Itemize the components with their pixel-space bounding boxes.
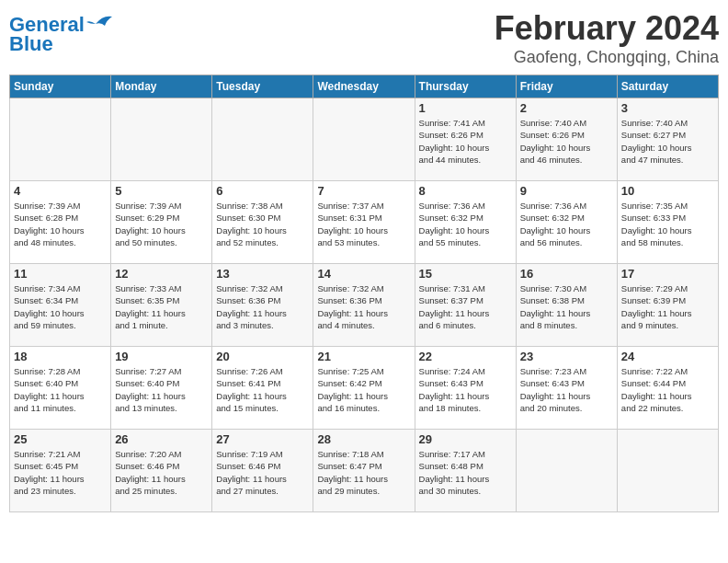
day-info: Sunrise: 7:32 AM Sunset: 6:36 PM Dayligh… [216, 282, 309, 331]
day-info: Sunrise: 7:36 AM Sunset: 6:32 PM Dayligh… [520, 200, 613, 248]
day-info: Sunrise: 7:40 AM Sunset: 6:27 PM Dayligh… [621, 117, 714, 166]
calendar-cell: 11Sunrise: 7:34 AM Sunset: 6:34 PM Dayli… [10, 264, 111, 347]
calendar-week-row: 25Sunrise: 7:21 AM Sunset: 6:45 PM Dayli… [10, 430, 719, 512]
day-number: 24 [621, 350, 714, 363]
calendar-body: 1Sunrise: 7:41 AM Sunset: 6:26 PM Daylig… [10, 98, 719, 512]
day-number: 5 [115, 184, 208, 198]
calendar-cell [516, 430, 617, 512]
day-info: Sunrise: 7:33 AM Sunset: 6:35 PM Dayligh… [115, 282, 208, 331]
title-section: February 2024 Gaofeng, Chongqing, China [495, 9, 719, 67]
day-number: 26 [115, 432, 208, 446]
day-info: Sunrise: 7:39 AM Sunset: 6:28 PM Dayligh… [14, 200, 107, 248]
day-number: 29 [419, 432, 512, 446]
calendar-cell: 18Sunrise: 7:28 AM Sunset: 6:40 PM Dayli… [10, 347, 111, 430]
calendar-cell: 13Sunrise: 7:32 AM Sunset: 6:36 PM Dayli… [212, 264, 313, 347]
day-info: Sunrise: 7:41 AM Sunset: 6:26 PM Dayligh… [419, 117, 512, 166]
calendar-cell: 25Sunrise: 7:21 AM Sunset: 6:45 PM Dayli… [10, 430, 111, 512]
calendar-cell: 21Sunrise: 7:25 AM Sunset: 6:42 PM Dayli… [313, 347, 415, 430]
day-number: 9 [520, 184, 613, 198]
weekday-header-friday: Friday [516, 75, 617, 98]
weekday-header-thursday: Thursday [415, 75, 516, 98]
day-info: Sunrise: 7:40 AM Sunset: 6:26 PM Dayligh… [520, 117, 613, 166]
day-number: 22 [419, 350, 512, 363]
day-info: Sunrise: 7:17 AM Sunset: 6:48 PM Dayligh… [419, 448, 512, 497]
calendar-cell [313, 98, 415, 181]
day-number: 25 [14, 432, 107, 446]
day-info: Sunrise: 7:39 AM Sunset: 6:29 PM Dayligh… [115, 200, 208, 248]
calendar-cell [111, 98, 212, 181]
calendar-cell: 12Sunrise: 7:33 AM Sunset: 6:35 PM Dayli… [111, 264, 212, 347]
weekday-header-monday: Monday [111, 75, 212, 98]
day-number: 12 [115, 267, 208, 281]
day-info: Sunrise: 7:26 AM Sunset: 6:41 PM Dayligh… [216, 365, 309, 414]
calendar-cell: 8Sunrise: 7:36 AM Sunset: 6:32 PM Daylig… [415, 181, 516, 264]
day-number: 27 [216, 432, 309, 446]
calendar-cell: 7Sunrise: 7:37 AM Sunset: 6:31 PM Daylig… [313, 181, 415, 264]
logo-blue: Blue [9, 32, 53, 56]
day-number: 14 [317, 267, 410, 281]
calendar-cell: 2Sunrise: 7:40 AM Sunset: 6:26 PM Daylig… [516, 98, 617, 181]
day-info: Sunrise: 7:32 AM Sunset: 6:36 PM Dayligh… [317, 282, 410, 331]
calendar-table: SundayMondayTuesdayWednesdayThursdayFrid… [9, 75, 719, 512]
day-info: Sunrise: 7:29 AM Sunset: 6:39 PM Dayligh… [621, 282, 714, 331]
day-number: 28 [317, 432, 410, 446]
calendar-cell: 27Sunrise: 7:19 AM Sunset: 6:46 PM Dayli… [212, 430, 313, 512]
calendar-week-row: 11Sunrise: 7:34 AM Sunset: 6:34 PM Dayli… [10, 264, 719, 347]
calendar-cell: 23Sunrise: 7:23 AM Sunset: 6:43 PM Dayli… [516, 347, 617, 430]
calendar-cell: 19Sunrise: 7:27 AM Sunset: 6:40 PM Dayli… [111, 347, 212, 430]
calendar-cell [10, 98, 111, 181]
calendar-cell: 22Sunrise: 7:24 AM Sunset: 6:43 PM Dayli… [415, 347, 516, 430]
day-number: 13 [216, 267, 309, 281]
main-title: February 2024 [495, 9, 719, 48]
logo-bird-icon [86, 13, 114, 33]
calendar-header-row: SundayMondayTuesdayWednesdayThursdayFrid… [10, 75, 719, 98]
day-number: 17 [621, 267, 714, 281]
weekday-header-saturday: Saturday [617, 75, 718, 98]
day-info: Sunrise: 7:37 AM Sunset: 6:31 PM Dayligh… [317, 200, 410, 248]
day-info: Sunrise: 7:21 AM Sunset: 6:45 PM Dayligh… [14, 448, 107, 497]
day-number: 21 [317, 350, 410, 363]
calendar-cell [617, 430, 718, 512]
calendar-week-row: 1Sunrise: 7:41 AM Sunset: 6:26 PM Daylig… [10, 98, 719, 181]
calendar-cell: 15Sunrise: 7:31 AM Sunset: 6:37 PM Dayli… [415, 264, 516, 347]
day-number: 2 [520, 101, 613, 115]
day-info: Sunrise: 7:30 AM Sunset: 6:38 PM Dayligh… [520, 282, 613, 331]
day-number: 10 [621, 184, 714, 198]
day-info: Sunrise: 7:20 AM Sunset: 6:46 PM Dayligh… [115, 448, 208, 497]
day-info: Sunrise: 7:18 AM Sunset: 6:47 PM Dayligh… [317, 448, 410, 497]
calendar-cell: 6Sunrise: 7:38 AM Sunset: 6:30 PM Daylig… [212, 181, 313, 264]
day-number: 4 [14, 184, 107, 198]
day-info: Sunrise: 7:31 AM Sunset: 6:37 PM Dayligh… [419, 282, 512, 331]
header: General Blue February 2024 Gaofeng, Chon… [9, 9, 719, 67]
day-info: Sunrise: 7:19 AM Sunset: 6:46 PM Dayligh… [216, 448, 309, 497]
day-info: Sunrise: 7:34 AM Sunset: 6:34 PM Dayligh… [14, 282, 107, 331]
day-info: Sunrise: 7:38 AM Sunset: 6:30 PM Dayligh… [216, 200, 309, 248]
calendar-cell: 10Sunrise: 7:35 AM Sunset: 6:33 PM Dayli… [617, 181, 718, 264]
day-number: 6 [216, 184, 309, 198]
calendar-cell [212, 98, 313, 181]
day-number: 11 [14, 267, 107, 281]
calendar-cell: 29Sunrise: 7:17 AM Sunset: 6:48 PM Dayli… [415, 430, 516, 512]
calendar-cell: 17Sunrise: 7:29 AM Sunset: 6:39 PM Dayli… [617, 264, 718, 347]
day-info: Sunrise: 7:28 AM Sunset: 6:40 PM Dayligh… [14, 365, 107, 414]
calendar-cell: 9Sunrise: 7:36 AM Sunset: 6:32 PM Daylig… [516, 181, 617, 264]
day-number: 16 [520, 267, 613, 281]
day-info: Sunrise: 7:23 AM Sunset: 6:43 PM Dayligh… [520, 365, 613, 414]
day-number: 8 [419, 184, 512, 198]
calendar-cell: 26Sunrise: 7:20 AM Sunset: 6:46 PM Dayli… [111, 430, 212, 512]
day-info: Sunrise: 7:36 AM Sunset: 6:32 PM Dayligh… [419, 200, 512, 248]
calendar-week-row: 18Sunrise: 7:28 AM Sunset: 6:40 PM Dayli… [10, 347, 719, 430]
day-info: Sunrise: 7:25 AM Sunset: 6:42 PM Dayligh… [317, 365, 410, 414]
weekday-header-sunday: Sunday [10, 75, 111, 98]
day-number: 1 [419, 101, 512, 115]
sub-title: Gaofeng, Chongqing, China [495, 48, 719, 67]
calendar-cell: 3Sunrise: 7:40 AM Sunset: 6:27 PM Daylig… [617, 98, 718, 181]
calendar-cell: 24Sunrise: 7:22 AM Sunset: 6:44 PM Dayli… [617, 347, 718, 430]
day-number: 7 [317, 184, 410, 198]
calendar-cell: 14Sunrise: 7:32 AM Sunset: 6:36 PM Dayli… [313, 264, 415, 347]
day-number: 19 [115, 350, 208, 363]
day-info: Sunrise: 7:22 AM Sunset: 6:44 PM Dayligh… [621, 365, 714, 414]
day-number: 3 [621, 101, 714, 115]
calendar-cell: 20Sunrise: 7:26 AM Sunset: 6:41 PM Dayli… [212, 347, 313, 430]
calendar-cell: 28Sunrise: 7:18 AM Sunset: 6:47 PM Dayli… [313, 430, 415, 512]
